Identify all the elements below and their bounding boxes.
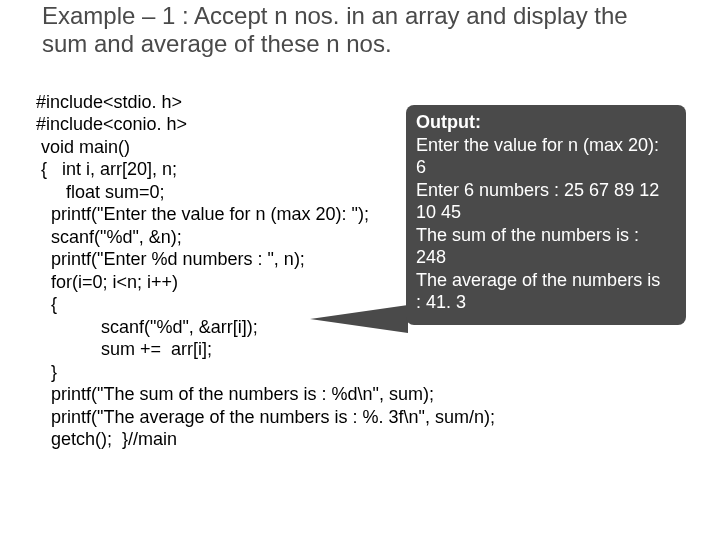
output-line: 248 xyxy=(416,246,676,269)
code-line: } xyxy=(36,362,57,382)
output-line: 10 45 xyxy=(416,201,676,224)
output-line: 6 xyxy=(416,156,676,179)
slide: Example – 1 : Accept n nos. in an array … xyxy=(0,0,720,540)
code-line: printf("Enter %d numbers : ", n); xyxy=(36,249,305,269)
code-line: { int i, arr[20], n; xyxy=(36,159,177,179)
code-line: #include<stdio. h> xyxy=(36,92,182,112)
code-line: float sum=0; xyxy=(36,182,165,202)
output-line: Enter 6 numbers : 25 67 89 12 xyxy=(416,179,676,202)
code-line: #include<conio. h> xyxy=(36,114,187,134)
output-line: The average of the numbers is xyxy=(416,269,676,292)
output-label: Output: xyxy=(416,111,676,134)
callout-pointer-icon xyxy=(310,305,408,333)
output-line: Enter the value for n (max 20): xyxy=(416,134,676,157)
code-line: printf("The sum of the numbers is : %d\n… xyxy=(36,384,434,404)
code-line: printf("Enter the value for n (max 20): … xyxy=(36,204,369,224)
output-callout: Output: Enter the value for n (max 20): … xyxy=(406,105,686,325)
slide-title: Example – 1 : Accept n nos. in an array … xyxy=(42,2,642,57)
code-line: void main() xyxy=(36,137,130,157)
code-line: printf("The average of the numbers is : … xyxy=(36,407,495,427)
code-line: getch(); }//main xyxy=(36,429,177,449)
code-line: sum += arr[i]; xyxy=(36,339,212,359)
code-line: for(i=0; i<n; i++) xyxy=(36,272,178,292)
output-line: The sum of the numbers is : xyxy=(416,224,676,247)
code-line: scanf("%d", &arr[i]); xyxy=(36,317,258,337)
output-line: : 41. 3 xyxy=(416,291,676,314)
code-line: scanf("%d", &n); xyxy=(36,227,182,247)
code-line: { xyxy=(36,294,57,314)
